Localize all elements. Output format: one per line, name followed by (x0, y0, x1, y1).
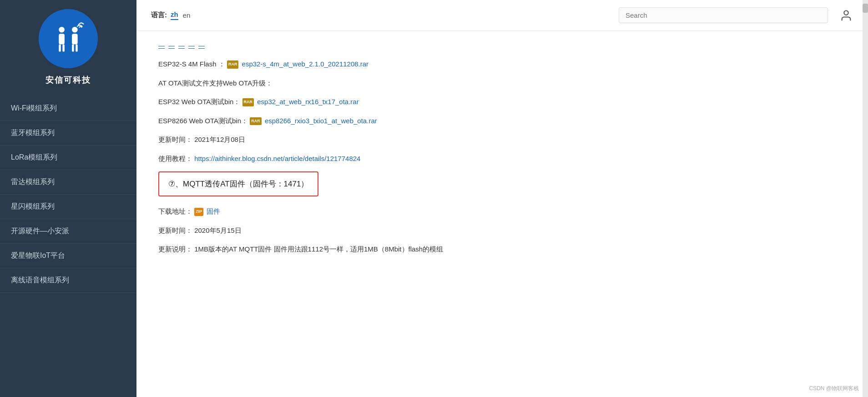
section-box: ⑦、MQTT透传AT固件（固件号：1471） (158, 171, 318, 196)
lang-label: 语言: (151, 11, 167, 20)
esp32-ota-label: ESP32 Web OTA测试bin： (158, 98, 240, 106)
page-link-2[interactable]: — (168, 42, 175, 49)
section-update-time-value: 2020年5月15日 (194, 226, 241, 234)
tutorial-line: 使用教程： https://aithinker.blog.csdn.net/ar… (158, 153, 846, 165)
svg-rect-7 (72, 45, 74, 52)
search-input[interactable] (619, 7, 828, 23)
esp8266-ota-label: ESP8266 Web OTA测试bin： (158, 117, 248, 125)
section-title: ⑦、MQTT透传AT固件（固件号：1471） (168, 180, 308, 188)
page-link-5[interactable]: — (198, 42, 205, 49)
tutorial-label: 使用教程： (158, 155, 192, 162)
page-link-3[interactable]: — (178, 42, 185, 49)
right-scrollbar[interactable] (863, 0, 868, 397)
update-time-line: 更新时间： 2021年12月08日 (158, 134, 846, 146)
sidebar-item-starspark[interactable]: 星闪模组系列 (0, 195, 136, 219)
page-link-1[interactable]: — (158, 42, 165, 49)
update-note-value: 1MB版本的AT MQTT固件 固件用法跟1112号一样，适用1MB（8Mbit… (194, 245, 443, 253)
esp32s-link[interactable]: esp32-s_4m_at_web_2.1.0_20211208.rar (242, 60, 369, 68)
sidebar-item-lora[interactable]: LoRa模组系列 (0, 146, 136, 170)
rar-icon-esp32s: RAR (227, 60, 239, 68)
esp8266-ota-link[interactable]: esp8266_rxio3_txio1_at_web_ota.rar (265, 117, 377, 125)
svg-rect-3 (59, 45, 61, 52)
lang-en-button[interactable]: en (183, 11, 191, 19)
footer-watermark: CSDN @物联网客栈 (809, 385, 859, 392)
svg-rect-4 (62, 45, 65, 52)
sidebar-item-radar[interactable]: 雷达模组系列 (0, 170, 136, 195)
sidebar-item-wifi[interactable]: Wi-Fi模组系列 (0, 96, 136, 121)
esp32s-label: ESP32-S 4M Flash ： (158, 60, 225, 68)
section-update-time-label: 更新时间： (158, 226, 192, 234)
tutorial-link[interactable]: https://aithinker.blog.csdn.net/article/… (194, 155, 360, 162)
rar-icon-esp8266: RAR (250, 117, 262, 125)
update-time-value: 2021年12月08日 (194, 136, 245, 143)
content: — — — — — ESP32-S 4M Flash ： RAR esp32-s… (136, 31, 868, 397)
svg-point-9 (844, 10, 848, 15)
update-note-line: 更新说明： 1MB版本的AT MQTT固件 固件用法跟1112号一样，适用1MB… (158, 243, 846, 255)
ota-note: AT OTA测试文件支持Web OTA升级： (158, 77, 846, 89)
svg-rect-2 (59, 34, 65, 44)
rar-icon-esp32: RAR (242, 98, 254, 106)
download-line: 下载地址： ZIP 固件 (158, 206, 846, 217)
esp32s-line: ESP32-S 4M Flash ： RAR esp32-s_4m_at_web… (158, 58, 846, 70)
pagination-row: — — — — — (158, 42, 846, 49)
header: 语言: zh en (136, 0, 868, 31)
svg-rect-6 (72, 34, 78, 44)
main-wrapper: 语言: zh en — — — — — ESP32-S 4M Flash ： R… (136, 0, 868, 397)
update-note-label: 更新说明： (158, 245, 192, 253)
lang-zh-button[interactable]: zh (171, 10, 178, 20)
zip-icon: ZIP (194, 208, 203, 216)
svg-point-1 (59, 27, 65, 33)
esp32-ota-link[interactable]: esp32_at_web_rx16_tx17_ota.rar (257, 98, 359, 106)
section-update-time-line: 更新时间： 2020年5月15日 (158, 225, 846, 236)
brand-name: 安信可科技 (45, 75, 91, 85)
nav-list: Wi-Fi模组系列 蓝牙模组系列 LoRa模组系列 雷达模组系列 星闪模组系列 … (0, 96, 136, 293)
esp32-ota-line: ESP32 Web OTA测试bin： RAR esp32_at_web_rx1… (158, 96, 846, 108)
user-icon[interactable] (839, 8, 853, 23)
sidebar: 安信可科技 Wi-Fi模组系列 蓝牙模组系列 LoRa模组系列 雷达模组系列 星… (0, 0, 136, 397)
logo-svg (48, 18, 89, 59)
sidebar-item-opensource[interactable]: 开源硬件—小安派 (0, 219, 136, 244)
svg-point-0 (49, 19, 88, 58)
svg-rect-8 (76, 45, 78, 52)
scrollbar-thumb[interactable] (863, 4, 868, 13)
page-link-4[interactable]: — (188, 42, 195, 49)
update-time-label: 更新时间： (158, 136, 192, 143)
download-label: 下载地址： (158, 207, 192, 215)
esp8266-ota-line: ESP8266 Web OTA测试bin： RAR esp8266_rxio3_… (158, 115, 846, 127)
sidebar-item-iot[interactable]: 爱星物联IoT平台 (0, 244, 136, 268)
svg-point-5 (72, 27, 78, 33)
sidebar-item-bluetooth[interactable]: 蓝牙模组系列 (0, 121, 136, 146)
download-link[interactable]: 固件 (207, 207, 220, 215)
sidebar-item-offline[interactable]: 离线语音模组系列 (0, 268, 136, 293)
logo-circle (39, 9, 98, 68)
